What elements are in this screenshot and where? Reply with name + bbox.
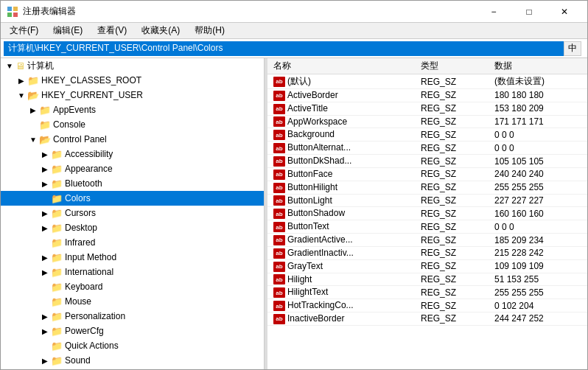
tree-node-hkcu[interactable]: ▼ 📂 HKEY_CURRENT_USER — [1, 88, 264, 102]
tree-node-console[interactable]: 📁 Console — [1, 117, 264, 132]
table-row[interactable]: abActiveTitleREG_SZ153 180 209 — [267, 102, 587, 115]
registry-name-cell: ab(默认) — [267, 74, 415, 89]
table-row[interactable]: abActiveBorderREG_SZ180 180 180 — [267, 89, 587, 102]
node-label-bluetooth: Bluetooth — [65, 178, 102, 189]
menu-view[interactable]: 查看(V) — [91, 23, 133, 38]
col-header-name[interactable]: 名称 — [267, 58, 415, 74]
expander-input-method[interactable]: ▶ — [39, 251, 51, 263]
center-button[interactable]: 中 — [564, 41, 581, 56]
tree-node-cursors[interactable]: ▶ 📁 Cursors — [1, 206, 264, 220]
folder-icon-quick-actions: 📁 — [51, 341, 63, 352]
table-row[interactable]: abButtonLightREG_SZ227 227 227 — [267, 194, 587, 207]
expander-powercfg[interactable]: ▶ — [39, 325, 51, 337]
table-row[interactable]: abButtonTextREG_SZ0 0 0 — [267, 220, 587, 234]
folder-icon-colors: 📁 — [51, 193, 63, 204]
window-title: 注册表编辑器 — [23, 5, 477, 18]
tree-node-appevents[interactable]: ▶ 📁 AppEvents — [1, 102, 264, 117]
node-label-mouse: Mouse — [65, 296, 91, 307]
close-button[interactable]: ✕ — [547, 1, 581, 23]
table-row[interactable]: abAppWorkspaceREG_SZ171 171 171 — [267, 115, 587, 128]
svg-rect-0 — [7, 7, 12, 11]
maximize-button[interactable]: □ — [512, 1, 546, 23]
expander-console[interactable] — [27, 119, 39, 130]
registry-value-icon: ab — [273, 156, 285, 167]
tree-node-sound[interactable]: ▶ 📁 Sound — [1, 353, 264, 368]
registry-value-icon: ab — [273, 301, 285, 311]
menu-file[interactable]: 文件(F) — [4, 23, 44, 38]
expander-accessibility[interactable]: ▶ — [39, 148, 51, 160]
node-label-sound: Sound — [65, 355, 91, 366]
table-row[interactable]: abGradientActive...REG_SZ185 209 234 — [267, 234, 587, 247]
table-row[interactable]: abButtonDkShad...REG_SZ105 105 105 — [267, 155, 587, 168]
minimize-button[interactable]: − — [477, 1, 511, 23]
registry-data-cell: 160 160 160 — [489, 207, 587, 220]
menu-help[interactable]: 帮助(H) — [189, 23, 231, 38]
table-row[interactable]: abButtonShadowREG_SZ160 160 160 — [267, 207, 587, 220]
tree-node-computer[interactable]: ▼ 🖥 计算机 — [1, 58, 264, 73]
col-header-data[interactable]: 数据 — [489, 58, 587, 74]
tree-node-hkcr[interactable]: ▶ 📁 HKEY_CLASSES_ROOT — [1, 73, 264, 88]
address-field[interactable]: 计算机\HKEY_CURRENT_USER\Control Panel\Colo… — [4, 41, 564, 56]
registry-name-cell: abButtonFace — [267, 167, 415, 181]
expander-international[interactable]: ▶ — [39, 266, 51, 278]
tree-node-personalization[interactable]: ▶ 📁 Personalization — [1, 309, 264, 324]
table-row[interactable]: abInactiveBorderREG_SZ244 247 252 — [267, 313, 587, 326]
expander-quick-actions[interactable] — [39, 340, 51, 352]
node-label-control-panel: Control Panel — [53, 134, 107, 144]
expander-infrared[interactable] — [39, 237, 51, 248]
table-row[interactable]: abHotTrackingCo...REG_SZ0 102 204 — [267, 299, 587, 313]
expander-mouse[interactable] — [39, 296, 51, 307]
expander-desktop[interactable]: ▶ — [39, 222, 51, 234]
tree-node-input-method[interactable]: ▶ 📁 Input Method — [1, 250, 264, 265]
registry-type-cell: REG_SZ — [415, 142, 489, 155]
tree-node-powercfg[interactable]: ▶ 📁 PowerCfg — [1, 324, 264, 338]
expander-computer[interactable]: ▼ — [4, 60, 15, 71]
expander-appearance[interactable]: ▶ — [39, 163, 51, 175]
table-row[interactable]: abButtonFaceREG_SZ240 240 240 — [267, 167, 587, 181]
expander-colors[interactable] — [39, 192, 51, 204]
expander-sound[interactable]: ▶ — [39, 355, 51, 366]
table-row[interactable]: abBackgroundREG_SZ0 0 0 — [267, 128, 587, 142]
table-row[interactable]: abButtonAlternat...REG_SZ0 0 0 — [267, 142, 587, 155]
folder-icon-keyboard: 📁 — [51, 282, 63, 293]
tree-node-bluetooth[interactable]: ▶ 📁 Bluetooth — [1, 176, 264, 191]
tree-node-colors[interactable]: 📁 Colors — [1, 191, 264, 206]
expander-appevents[interactable]: ▶ — [27, 104, 39, 116]
tree-node-infrared[interactable]: 📁 Infrared — [1, 235, 264, 250]
table-row[interactable]: abHilightREG_SZ51 153 255 — [267, 273, 587, 286]
folder-icon-hkcu: 📂 — [27, 90, 39, 101]
menu-favorites[interactable]: 收藏夹(A) — [136, 23, 186, 38]
table-row[interactable]: abGradientInactiv...REG_SZ215 228 242 — [267, 246, 587, 259]
node-label-infrared: Infrared — [65, 237, 95, 248]
folder-icon-appearance: 📁 — [51, 164, 63, 175]
tree-node-desktop[interactable]: ▶ 📁 Desktop — [1, 220, 264, 235]
expander-hkcu[interactable]: ▼ — [15, 89, 27, 101]
node-label-hkcu: HKEY_CURRENT_USER — [41, 90, 143, 100]
tree-node-international[interactable]: ▶ 📁 International — [1, 265, 264, 279]
registry-name-cell: abButtonLight — [267, 194, 415, 207]
table-row[interactable]: ab(默认)REG_SZ(数值未设置) — [267, 74, 587, 89]
tree-node-control-panel[interactable]: ▼ 📂 Control Panel — [1, 132, 264, 147]
table-row[interactable]: abHilightTextREG_SZ255 255 255 — [267, 286, 587, 299]
registry-table: 名称 类型 数据 ab(默认)REG_SZ(数值未设置)abActiveBord… — [267, 58, 587, 326]
tree-node-mouse[interactable]: 📁 Mouse — [1, 294, 264, 309]
tree-node-appearance[interactable]: ▶ 📁 Appearance — [1, 161, 264, 176]
expander-hkcr[interactable]: ▶ — [15, 74, 27, 86]
expander-bluetooth[interactable]: ▶ — [39, 178, 51, 189]
registry-type-cell: REG_SZ — [415, 194, 489, 207]
table-row[interactable]: abGrayTextREG_SZ109 109 109 — [267, 259, 587, 273]
tree-node-keyboard[interactable]: 📁 Keyboard — [1, 279, 264, 294]
registry-data-cell: 0 0 0 — [489, 142, 587, 155]
expander-personalization[interactable]: ▶ — [39, 310, 51, 322]
expander-cursors[interactable]: ▶ — [39, 207, 51, 219]
node-label-international: International — [65, 267, 113, 277]
registry-type-cell: REG_SZ — [415, 181, 489, 194]
tree-node-accessibility[interactable]: ▶ 📁 Accessibility — [1, 147, 264, 161]
registry-data-cell: 240 240 240 — [489, 167, 587, 181]
table-row[interactable]: abButtonHilightREG_SZ255 255 255 — [267, 181, 587, 194]
expander-keyboard[interactable] — [39, 281, 51, 293]
expander-control-panel[interactable]: ▼ — [27, 133, 39, 145]
tree-node-quick-actions[interactable]: 📁 Quick Actions — [1, 338, 264, 353]
col-header-type[interactable]: 类型 — [415, 58, 489, 74]
menu-edit[interactable]: 编辑(E) — [47, 23, 88, 38]
